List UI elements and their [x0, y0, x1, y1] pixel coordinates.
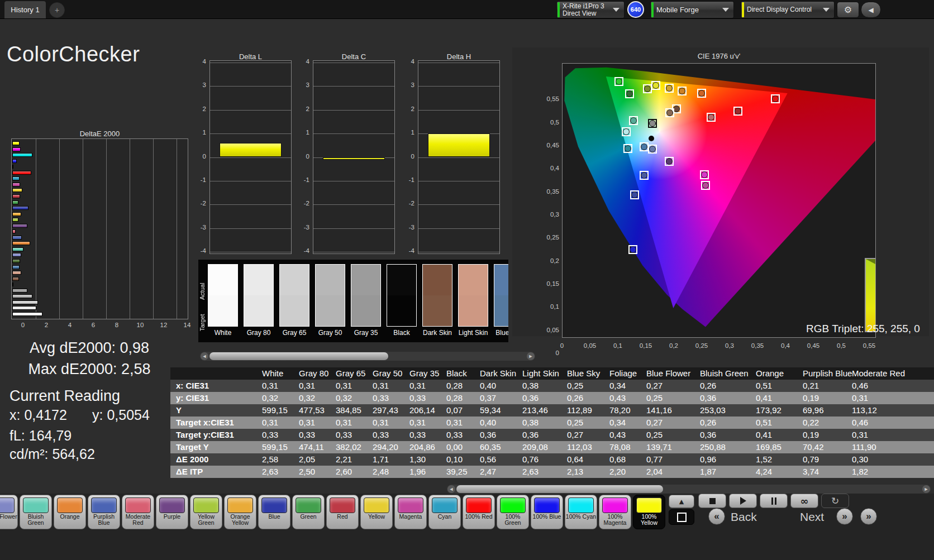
patch-button-red[interactable]: Red	[326, 495, 359, 529]
swatch-gray-65	[279, 264, 309, 327]
skip-forward-button[interactable]: »	[860, 508, 877, 525]
swatch-actual	[351, 265, 380, 295]
cie-y-tick: 0,25	[535, 234, 559, 241]
table-cell: 209,08	[519, 441, 564, 453]
gridline	[210, 228, 291, 229]
patch-button-100-yellow[interactable]: 100% Yellow	[633, 495, 665, 529]
swatch-dark-skin	[422, 264, 452, 327]
cie-chart-title: CIE 1976 u'v'	[562, 52, 876, 60]
patch-label: Purplish Blue	[88, 514, 120, 526]
meter-count-badge[interactable]: 640	[627, 1, 644, 18]
table-cell: 0,25	[643, 429, 697, 441]
swatch-actual	[423, 265, 452, 295]
cie-actual-marker	[644, 85, 651, 92]
delta-y-tick: -2	[190, 200, 206, 207]
swatch-strip-scrollbar[interactable]: ◄ ►	[200, 352, 535, 361]
chevron-down-icon	[613, 8, 620, 12]
patch-button-orange-yellow[interactable]: Orange Yellow	[224, 495, 256, 529]
patch-button-yellow-green[interactable]: Yellow Green	[190, 495, 222, 529]
back-chevron-button[interactable]: «	[708, 508, 725, 525]
display-control-dropdown[interactable]: Direct Display Control	[741, 1, 835, 18]
pattern-window-button[interactable]	[669, 509, 694, 525]
chevron-left-icon: ◀	[868, 6, 873, 14]
scrollbar-thumb[interactable]	[456, 485, 663, 493]
table-cell: 78,08	[606, 441, 643, 453]
settings-button[interactable]: ⚙	[837, 2, 859, 18]
table-row: Y599,15477,53384,85297,43206,140,0759,34…	[170, 404, 934, 417]
tab-history-1[interactable]: History 1	[4, 1, 46, 18]
de2000-bar	[12, 241, 30, 245]
next-chevron-button[interactable]: »	[836, 508, 853, 525]
patch-list-scrollbar[interactable]: ◄ ►	[447, 485, 931, 494]
continuous-button[interactable]: ∞	[790, 494, 818, 508]
patch-button-bluish-green[interactable]: Bluish Green	[20, 495, 52, 529]
source-status-indicator	[651, 2, 654, 17]
patch-button-orange[interactable]: Orange	[54, 495, 86, 529]
scroll-right-arrow-icon[interactable]: ►	[527, 352, 535, 360]
scroll-left-arrow-icon[interactable]: ◄	[201, 352, 208, 360]
swatch-target	[316, 295, 345, 326]
table-cell: 0,41	[752, 429, 799, 441]
meter-mode: Direct View	[563, 9, 596, 17]
gridline	[210, 181, 291, 181]
gridline	[418, 86, 499, 87]
patch-button-bar: ▲ ∞ ↻ « Back Next » » Blue FlowerBlui	[0, 494, 934, 560]
patch-button-yellow[interactable]: Yellow	[360, 495, 393, 529]
table-cell: 0,19	[799, 429, 849, 441]
patch-button-100-green[interactable]: 100% Green	[497, 495, 529, 529]
de2000-bar	[12, 171, 31, 175]
patch-button-100-blue[interactable]: 100% Blue	[531, 495, 563, 529]
back-button[interactable]: Back	[731, 510, 757, 524]
patch-button-blue[interactable]: Blue	[258, 495, 290, 529]
loop-button[interactable]: ↻	[821, 494, 849, 508]
stop-button[interactable]	[698, 494, 726, 508]
scroll-right-arrow-icon[interactable]: ►	[922, 485, 930, 493]
patch-swatch	[227, 497, 253, 513]
delta-chart	[313, 60, 395, 254]
gridline	[313, 86, 394, 87]
collapse-panel-button[interactable]: ◀	[861, 2, 881, 18]
patch-button-100-magenta[interactable]: 100% Magenta	[599, 495, 631, 529]
play-button[interactable]	[729, 494, 757, 508]
patch-button-purple[interactable]: Purple	[156, 495, 188, 529]
patch-button-cyan[interactable]: Cyan	[428, 495, 461, 529]
pause-button[interactable]	[760, 494, 788, 508]
patch-button-100-cyan[interactable]: 100% Cyan	[565, 495, 597, 529]
meter-dropdown[interactable]: X-Rite i1Pro 3 Direct View	[556, 1, 625, 18]
cie-actual-marker	[652, 82, 659, 89]
patch-swatch	[398, 497, 423, 513]
patch-button-purplish-blue[interactable]: Purplish Blue	[88, 495, 120, 529]
de2000-bar	[12, 271, 21, 275]
patch-label: Blue Flower	[0, 514, 17, 520]
add-tab-button[interactable]: +	[49, 2, 65, 18]
cie-y-tick: 0,55	[535, 95, 559, 102]
stop-icon	[709, 498, 716, 504]
de2000-bar	[12, 176, 20, 180]
table-cell: 0,33	[332, 429, 369, 441]
patch-button-green[interactable]: Green	[292, 495, 325, 529]
patch-swatch	[296, 497, 321, 513]
source-dropdown[interactable]: Mobile Forge	[650, 1, 734, 18]
pattern-up-button[interactable]: ▲	[669, 495, 694, 508]
de2000-bar	[12, 153, 32, 157]
de2000-x-tick: 12	[158, 322, 169, 328]
table-column-header: Gray 65	[332, 367, 369, 380]
table-cell: 0,36	[519, 429, 564, 441]
chevrons-right-icon: »	[866, 511, 871, 522]
cie-actual-marker	[630, 246, 636, 253]
table-cell: 477,53	[296, 404, 332, 417]
patch-swatch	[91, 497, 117, 513]
table-cell: 2,13	[564, 466, 606, 478]
patch-button-magenta[interactable]: Magenta	[394, 495, 427, 529]
table-cell: 0,46	[849, 417, 901, 429]
scroll-left-arrow-icon[interactable]: ◄	[447, 485, 455, 493]
patch-button-moderate-red[interactable]: Moderate Red	[122, 495, 154, 529]
patch-button-blue-flower[interactable]: Blue Flower	[0, 495, 18, 529]
scrollbar-thumb[interactable]	[209, 352, 388, 360]
patch-label: Red	[327, 514, 358, 520]
patch-label: 100% Blue	[531, 514, 563, 520]
patch-button-100-red[interactable]: 100% Red	[463, 495, 495, 529]
cie-x-tick: 0,2	[663, 342, 685, 349]
next-button[interactable]: Next	[800, 510, 824, 524]
gridline	[418, 228, 499, 229]
